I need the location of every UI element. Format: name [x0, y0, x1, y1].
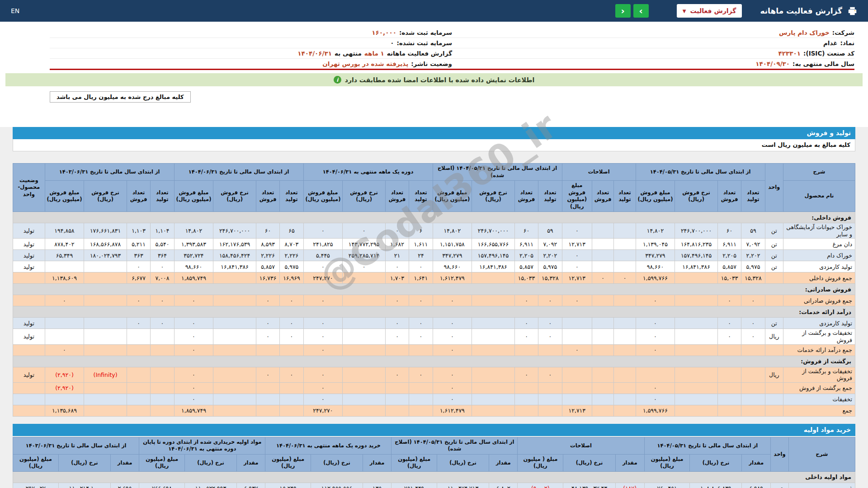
unit-cell: تن: [765, 261, 783, 272]
value-cell: ۱۸۰,۰۲۴,۷۹۳: [84, 250, 127, 261]
column-header: مقدار: [110, 454, 139, 471]
value-cell: ۰: [303, 394, 343, 405]
value-cell: ۰: [280, 329, 303, 344]
value-cell: [256, 394, 279, 405]
unit-cell: ریال: [765, 329, 783, 344]
value-cell: ۰: [409, 367, 433, 382]
value-cell: [636, 367, 675, 382]
column-group-header: از ابتدای سال مالی تا تاریخ ۱۴۰۴/۰۵/۳۱: [644, 437, 770, 454]
value-cell: ۱,۳۹۳,۵۸۳: [174, 239, 213, 250]
value-cell: ۸,۷۰۳: [280, 239, 303, 250]
value-cell: ۰: [717, 295, 741, 306]
value-cell: ۰: [280, 318, 303, 329]
table-row: تخفیفات و برگشت از فروشریال۰۰۰۰۰۰۰۰۰۰۰۰ت…: [13, 329, 855, 344]
status-cell: تولید: [13, 261, 45, 272]
value-cell: ۰: [385, 295, 409, 306]
value-cell: ۱,۵۹۹,۷۶۶: [636, 272, 675, 284]
nav-prev-button[interactable]: ‹: [615, 4, 631, 18]
column-header: شرح: [783, 164, 855, 181]
product-name-cell: جمع فروش صادراتی: [783, 295, 855, 306]
value-cell: ۰: [433, 344, 472, 356]
value-cell: [717, 394, 741, 405]
nav-next-button[interactable]: ›: [633, 4, 649, 18]
language-toggle[interactable]: EN: [11, 7, 19, 14]
report-type-label: گزارش فعالیت: [690, 7, 736, 14]
value-cell: [213, 394, 256, 405]
value-cell: [385, 405, 409, 416]
value-cell: ۱۶,۹۶۹: [280, 272, 303, 284]
raw-materials-table: شرحواحداز ابتدای سال مالی تا تاریخ ۱۴۰۴/…: [13, 437, 855, 488]
column-header: مقدار: [363, 454, 392, 471]
value-cell: [592, 250, 614, 261]
value-cell: (۱۸۷): [615, 483, 644, 488]
value-cell: ۱,۷۰۳: [385, 272, 409, 284]
value-cell: ۰: [174, 329, 213, 344]
table-row: جمع فروش داخلی۱۵,۳۲۸۱۵,۰۳۳۱,۵۹۹,۷۶۶۰۰۱۲,…: [13, 272, 855, 284]
value-cell: ۰: [562, 250, 592, 261]
isic-label: کد صنعت (ISIC):: [803, 50, 854, 57]
company-info-panel: شرکت: خوراک دام پارس سرمایه ثبت شده: ۱۶۰…: [50, 27, 854, 70]
value-cell: ۱,۱۳۵,۶۸۹: [45, 405, 84, 416]
section-label-cell: فروش داخلی:: [13, 212, 855, 223]
column-header: تعداد تولید: [151, 181, 174, 212]
banner-text: اطلاعات نمایش داده شده با اطلاعات امضا ش…: [345, 76, 534, 84]
company-info-row: کد صنعت (ISIC): ۴۲۳۳۰۱ گزارش فعالیت ماها…: [50, 48, 854, 58]
product-name-cell: خوراک دام: [783, 250, 855, 261]
value-cell: ۲۴۷,۲۷۰: [303, 405, 343, 416]
value-cell: [675, 318, 718, 329]
value-cell: ۰: [256, 295, 279, 306]
value-cell: ۰: [151, 295, 174, 306]
table-subnote: کلیه مبالغ به میلیون ریال است: [13, 139, 855, 151]
column-header: تعداد فروش: [127, 181, 150, 212]
value-cell: [45, 261, 84, 272]
value-cell: ۷,۰۰۸: [151, 272, 174, 284]
status-cell: [13, 272, 45, 284]
value-cell: ۱۶۶,۶۵۵,۷۶۶: [472, 239, 515, 250]
value-cell: ۰: [303, 367, 343, 382]
column-header: نرخ (ریال): [690, 454, 742, 471]
product-name-cell: دان مرغ: [783, 239, 855, 250]
column-header: مقدار: [237, 454, 265, 471]
table-row: خوراک دامتن۲,۲۰۲۲,۲۰۵۱۵۷,۴۹۶,۱۴۵۳۴۷,۲۷۹۰…: [13, 250, 855, 261]
value-cell: [343, 318, 386, 329]
value-cell: [538, 344, 562, 356]
value-cell: [614, 405, 636, 416]
report-type-dropdown[interactable]: گزارش فعالیت ▼: [677, 4, 742, 18]
value-cell: ۱,۱۳۸,۶۰۹: [45, 272, 84, 284]
value-cell: [127, 344, 150, 356]
unit-cell: [765, 394, 783, 405]
value-cell: [592, 261, 614, 272]
value-cell: ۶,۹۳۷: [237, 483, 265, 488]
table-row: تخفیفات و برگشت از فروشریال۰۰۰۰۰۰۰۰۰(Inf…: [13, 367, 855, 382]
value-cell: ۱۶۴,۸۱۶,۲۳۵: [675, 239, 718, 250]
unit-cell: تن: [765, 318, 783, 329]
value-cell: [592, 329, 614, 344]
capital-unregistered-label: سرمایه ثبت نشده:: [396, 39, 452, 47]
capital-registered-value: ۱۶۰,۰۰۰: [372, 29, 396, 36]
value-cell: [675, 394, 718, 405]
product-name-cell: جمع برگشت از فروش: [783, 382, 855, 394]
value-cell: [472, 272, 515, 284]
column-header: مبلغ (میلیون ریال): [139, 454, 185, 471]
column-header: نرخ فروش (ریال): [472, 181, 515, 212]
value-cell: [614, 329, 636, 344]
value-cell: ۰: [409, 261, 433, 272]
report-body: تولید و فروش کلیه مبالغ به میلیون ریال ا…: [0, 127, 868, 488]
value-cell: ۱,۶۱۲,۴۷۹: [433, 272, 472, 284]
value-cell: ۸,۵۹۳: [256, 239, 279, 250]
table-row: تخفیفات۰۰۰۰: [13, 394, 855, 405]
column-header: مقدار: [615, 454, 644, 471]
value-cell: ۵۹: [538, 223, 562, 239]
value-cell: ۰: [717, 318, 741, 329]
section-row: فروش داخلی:: [13, 212, 855, 223]
value-cell: [741, 344, 765, 356]
section-title-production-sales: تولید و فروش: [13, 127, 855, 139]
column-header: تعداد تولید: [538, 181, 562, 212]
value-cell: ۰: [280, 367, 303, 382]
value-cell: ۱۵۸,۴۵۶,۴۲۴: [213, 250, 256, 261]
section-label-cell: فروش صادراتی:: [13, 284, 855, 295]
value-cell: ۷۶۶,۶۹۸: [139, 483, 185, 488]
table-row: خوراک حیوانات آزمایشگاهی و سایرتن۵۹۶۰۲۴۶…: [13, 223, 855, 239]
column-header: مبلغ (میلیون ریال): [644, 454, 690, 471]
report-period-value: ۱ ماهه: [364, 50, 384, 57]
